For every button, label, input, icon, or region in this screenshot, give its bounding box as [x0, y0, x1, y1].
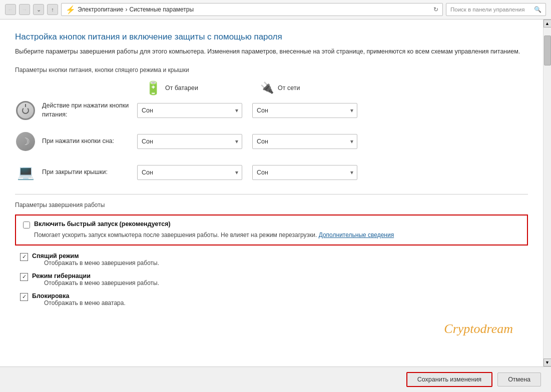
power-params-label: Параметры кнопки питания, кнопки спящего… — [15, 66, 528, 74]
breadcrumb-part1: Электропитание — [78, 6, 123, 13]
power-button-battery-select[interactable]: Сон Ничего не делать Гибернация Завершен… — [137, 103, 242, 118]
lock-label: Блокировка — [32, 292, 126, 300]
address-bar[interactable]: ⚡ Электропитание › Системные параметры ↻ — [61, 3, 443, 16]
sleep-mode-item: ✓ Спящий режим Отображать в меню заверше… — [20, 252, 528, 266]
breadcrumb-part2: Системные параметры — [129, 6, 194, 13]
hibernate-checkbox-icon: ✓ — [20, 273, 28, 281]
sleep-mode-content: Спящий режим Отображать в меню завершени… — [32, 252, 159, 266]
hibernate-content: Режим гибернации Отображать в меню завер… — [32, 272, 159, 286]
watermark: Cryptodream — [444, 322, 513, 336]
fast-start-desc-text: Помогает ускорить запуск компьютера посл… — [34, 232, 317, 238]
power-button-dropdowns: Сон Ничего не делать Гибернация Завершен… — [137, 103, 357, 118]
fast-start-link[interactable]: Дополнительные сведения — [319, 232, 394, 238]
network-label: От сети — [278, 84, 300, 92]
hibernate-mode-item: ✓ Режим гибернации Отображать в меню зав… — [20, 272, 528, 286]
hibernate-label: Режим гибернации — [32, 272, 159, 280]
shutdown-section-label: Параметры завершения работы — [15, 202, 528, 208]
page-description: Выберите параметры завершения работы для… — [15, 47, 528, 56]
power-button-network-select[interactable]: Сон Ничего не делать Гибернация Завершен… — [252, 103, 357, 118]
fast-start-label[interactable]: Включить быстрый запуск (рекомендуется) — [34, 220, 171, 228]
power-button-icon — [15, 100, 36, 121]
up-button[interactable]: ↑ — [47, 4, 58, 15]
search-placeholder-text: Поиск в панели управления — [450, 6, 524, 12]
sleep-network-select-wrapper: Сон Ничего не делать Гибернация — [252, 134, 357, 149]
sleep-button-icon — [15, 131, 36, 152]
scrollbar-down-arrow[interactable]: ▼ — [543, 358, 552, 366]
network-header: 🔌 От сети — [260, 80, 375, 96]
sleep-button-label: При нажатии кнопки сна: — [42, 137, 137, 146]
battery-label: От батареи — [165, 84, 198, 92]
network-icon: 🔌 — [260, 82, 274, 94]
power-button-battery-select-wrapper: Сон Ничего не делать Гибернация Завершен… — [137, 103, 242, 118]
scrollbar-thumb[interactable] — [544, 36, 551, 66]
lock-item: ✓ Блокировка Отображать в меню аватара. — [20, 292, 528, 306]
power-button-row: Действие при нажатии кнопки питания: Сон… — [15, 100, 528, 124]
fast-start-description: Помогает ускорить запуск компьютера посл… — [34, 230, 520, 240]
refresh-icon[interactable]: ↻ — [433, 6, 438, 13]
power-icon: ⚡ — [66, 5, 76, 14]
lid-battery-select[interactable]: Сон Ничего не делать Гибернация Завершен… — [137, 165, 242, 180]
lid-battery-select-wrapper: Сон Ничего не делать Гибернация Завершен… — [137, 165, 242, 180]
power-button-label: Действие при нажатии кнопки питания: — [42, 102, 137, 119]
power-header: 🔋 От батареи 🔌 От сети — [145, 80, 528, 96]
battery-header: 🔋 От батареи — [145, 80, 260, 96]
lock-checkbox-icon: ✓ — [20, 293, 28, 301]
fast-start-checkbox-item: Включить быстрый запуск (рекомендуется) — [23, 220, 520, 228]
sleep-mode-checkbox-icon: ✓ — [20, 253, 28, 261]
sleep-battery-select[interactable]: Сон Ничего не делать Гибернация — [137, 134, 242, 149]
fast-start-checkbox[interactable] — [23, 222, 30, 228]
lid-row: 💻 При закрытии крышки: Сон Ничего не дел… — [15, 162, 528, 186]
titlebar: ← → ⌄ ↑ ⚡ Электропитание › Системные пар… — [0, 0, 551, 20]
sleep-mode-label: Спящий режим — [32, 252, 159, 260]
lid-dropdowns: Сон Ничего не делать Гибернация Завершен… — [137, 165, 357, 180]
content-area: Настройка кнопок питания и включение защ… — [0, 20, 543, 366]
power-button-network-select-wrapper: Сон Ничего не делать Гибернация Завершен… — [252, 103, 357, 118]
battery-icon: 🔋 — [145, 80, 161, 96]
sleep-button-dropdowns: Сон Ничего не делать Гибернация Сон Ниче… — [137, 134, 357, 149]
page-title: Настройка кнопок питания и включение защ… — [15, 32, 528, 42]
down-arrow-button[interactable]: ⌄ — [33, 4, 44, 15]
save-button[interactable]: Сохранить изменения — [406, 372, 492, 387]
search-bar[interactable]: Поиск в панели управления 🔍 — [446, 3, 546, 16]
lid-icon: 💻 — [15, 162, 36, 183]
main-window: Настройка кнопок питания и включение защ… — [0, 20, 551, 366]
sleep-button-row: При нажатии кнопки сна: Сон Ничего не де… — [15, 131, 528, 155]
sleep-mode-desc: Отображать в меню завершения работы. — [44, 260, 159, 266]
back-button[interactable]: ← — [5, 4, 16, 15]
cancel-button[interactable]: Отмена — [497, 372, 541, 386]
forward-button[interactable]: → — [19, 4, 30, 15]
lock-desc: Отображать в меню аватара. — [44, 300, 126, 306]
fast-start-highlight-box: Включить быстрый запуск (рекомендуется) … — [15, 214, 528, 246]
hibernate-desc: Отображать в меню завершения работы. — [44, 280, 159, 286]
lock-content: Блокировка Отображать в меню аватара. — [32, 292, 126, 306]
scrollbar-track: ▲ ▼ — [543, 20, 551, 366]
search-icon: 🔍 — [534, 6, 541, 13]
breadcrumb-separator: › — [125, 6, 127, 13]
sleep-battery-select-wrapper: Сон Ничего не делать Гибернация — [137, 134, 242, 149]
section-divider — [15, 194, 528, 194]
lid-network-select-wrapper: Сон Ничего не делать Гибернация Завершен… — [252, 165, 357, 180]
lid-label: При закрытии крышки: — [42, 168, 137, 177]
sleep-network-select[interactable]: Сон Ничего не делать Гибернация — [252, 134, 357, 149]
lid-network-select[interactable]: Сон Ничего не делать Гибернация Завершен… — [252, 165, 357, 180]
scrollbar-up-arrow[interactable]: ▲ — [543, 20, 552, 28]
bottom-bar: Сохранить изменения Отмена — [0, 366, 551, 392]
